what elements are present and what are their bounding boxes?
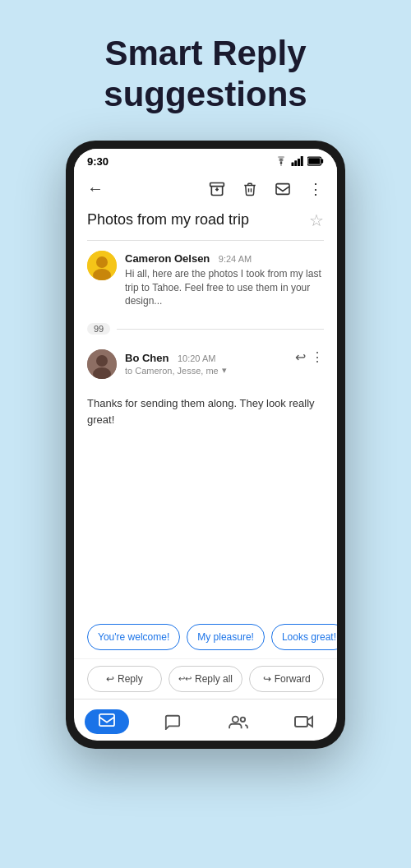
more-options-button[interactable]: ⋮: [301, 174, 330, 204]
forward-arrow-icon: ↪: [263, 673, 271, 685]
smart-replies-container: You're welcome! My pleasure! Looks great…: [74, 616, 337, 658]
reply-icon-inline[interactable]: ↩: [295, 349, 306, 365]
nav-meet[interactable]: [206, 706, 271, 737]
cameron-preview: Hi all, here are the photos I took from …: [125, 267, 324, 308]
nav-chat[interactable]: [140, 706, 206, 737]
chat-nav-icon: [164, 713, 182, 730]
smart-reply-0[interactable]: You're welcome!: [87, 624, 180, 650]
phone-device: 9:30: [66, 141, 345, 749]
video-nav-icon: [294, 714, 314, 729]
bottom-nav: [74, 699, 337, 741]
archive-button[interactable]: [202, 174, 232, 204]
reply-all-arrow-icon: ↩↩: [178, 674, 192, 683]
content-spacer: [74, 427, 337, 616]
svg-rect-7: [210, 182, 224, 186]
bo-body-text: Thanks for sending them along. They look…: [74, 395, 337, 427]
svg-point-17: [241, 717, 245, 721]
reply-button[interactable]: ↩ Reply: [87, 666, 162, 692]
svg-rect-6: [321, 159, 324, 164]
email-toolbar: ←: [74, 171, 337, 210]
nav-video[interactable]: [271, 706, 337, 737]
subject-text: Photos from my road trip: [87, 211, 249, 229]
status-bar: 9:30: [74, 149, 337, 171]
avatar-bo: [87, 349, 117, 379]
cameron-sender: Cameron Oelsen: [125, 252, 210, 265]
nav-mail-active: [85, 709, 129, 734]
page-title: Smart Reply suggestions: [71, 33, 339, 116]
action-bar: ↩ Reply ↩↩ Reply all ↪ Forward: [74, 658, 337, 699]
delete-button[interactable]: [235, 174, 265, 204]
cameron-meta: Cameron Oelsen 9:24 AM Hi all, here are …: [125, 251, 324, 308]
count-badge: 99: [87, 323, 110, 335]
more-icon-inline[interactable]: ⋮: [311, 349, 324, 365]
cameron-time: 9:24 AM: [219, 254, 252, 264]
svg-rect-5: [308, 159, 320, 165]
people-nav-icon: [228, 713, 249, 730]
signal-icon: [291, 156, 304, 166]
svg-rect-0: [292, 163, 294, 167]
battery-icon: [307, 156, 324, 166]
wifi-icon: [275, 156, 288, 166]
bo-meta: Bo Chen 10:20 AM ↩ ⋮ to Cameron, Jesse, …: [125, 349, 324, 376]
bo-action-icons: ↩ ⋮: [295, 349, 324, 365]
forward-button[interactable]: ↪ Forward: [249, 666, 324, 692]
email-message-bo: Bo Chen 10:20 AM ↩ ⋮ to Cameron, Jesse, …: [74, 339, 337, 395]
star-button[interactable]: ☆: [309, 210, 324, 230]
status-icons: [275, 156, 324, 166]
svg-rect-18: [295, 717, 307, 727]
avatar-cameron: [87, 251, 117, 280]
svg-rect-3: [301, 156, 303, 166]
svg-point-10: [96, 256, 108, 268]
mail-nav-icon: [98, 713, 116, 727]
smart-reply-2[interactable]: Looks great!: [271, 624, 337, 650]
phone-screen: 9:30: [74, 149, 337, 741]
svg-rect-2: [298, 159, 300, 166]
reply-all-button[interactable]: ↩↩ Reply all: [169, 666, 243, 692]
svg-point-16: [233, 716, 238, 722]
count-line: [117, 329, 324, 330]
mail-button[interactable]: [268, 174, 298, 204]
bo-time: 10:20 AM: [178, 353, 215, 363]
back-button[interactable]: ←: [81, 176, 110, 201]
nav-mail[interactable]: [74, 706, 140, 737]
email-subject: Photos from my road trip ☆: [74, 210, 337, 240]
svg-rect-1: [294, 161, 297, 167]
smart-reply-1[interactable]: My pleasure!: [187, 624, 265, 650]
collapsed-count-row: 99: [74, 318, 337, 339]
bo-to-row: to Cameron, Jesse, me ▾: [125, 365, 324, 376]
status-time: 9:30: [87, 155, 109, 168]
svg-rect-15: [99, 714, 114, 726]
svg-point-13: [96, 355, 108, 367]
email-message-cameron: Cameron Oelsen 9:24 AM Hi all, here are …: [74, 241, 337, 318]
bo-sender: Bo Chen: [125, 352, 169, 364]
svg-rect-8: [276, 183, 289, 194]
reply-arrow-icon: ↩: [106, 673, 114, 685]
